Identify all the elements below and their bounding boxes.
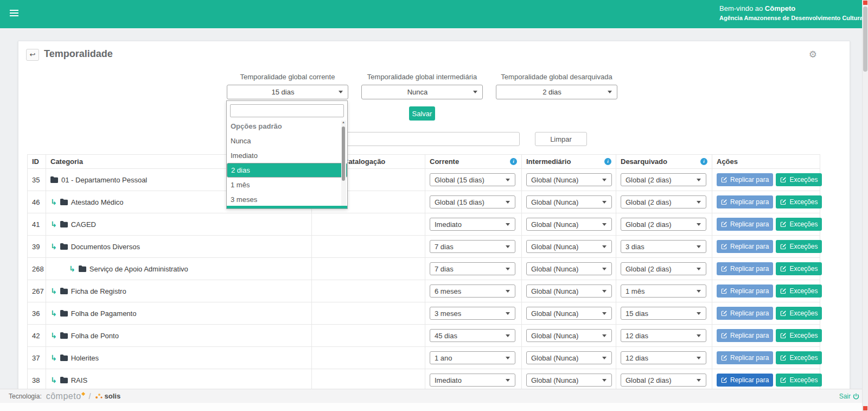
- logout-link[interactable]: Sair: [839, 393, 859, 400]
- catalogacao-cell: [312, 213, 425, 236]
- dropdown-option[interactable]: 1 mês: [227, 178, 347, 192]
- dropdown-scrollbar-thumb[interactable]: [342, 127, 345, 181]
- desarquivado-cell: 1 mês: [616, 280, 712, 302]
- edit-icon: [721, 243, 727, 250]
- desarquivado-select[interactable]: 12 dias: [621, 351, 706, 364]
- corrente-select[interactable]: 3 meses: [430, 307, 515, 320]
- replicar-para-button[interactable]: Replicar para: [717, 240, 773, 253]
- excecoes-button[interactable]: Exceções: [776, 218, 822, 231]
- excecoes-button[interactable]: Exceções: [776, 284, 822, 298]
- desarquivado-select[interactable]: Global (2 dias): [621, 262, 706, 275]
- excecoes-button[interactable]: Exceções: [776, 307, 822, 320]
- desarquivado-cell: 15 dias: [616, 302, 712, 325]
- intermediario-select[interactable]: Global (Nunca): [526, 374, 612, 387]
- dropdown-option[interactable]: Nunca: [227, 134, 347, 148]
- corrente-select[interactable]: 45 dias: [430, 329, 515, 342]
- page-scrollbar[interactable]: [862, 0, 868, 411]
- desarquivado-select[interactable]: Global (2 dias): [621, 218, 706, 231]
- corrente-select[interactable]: Global (15 dias): [430, 195, 515, 208]
- excecoes-button[interactable]: Exceções: [776, 195, 822, 208]
- intermediario-select[interactable]: Global (Nunca): [526, 307, 612, 320]
- excecoes-label: Exceções: [789, 287, 818, 295]
- desarquivado-select[interactable]: Global (2 dias): [621, 374, 706, 387]
- desarquivado-select[interactable]: 12 dias: [621, 329, 706, 342]
- intermediario-select[interactable]: Global (Nunca): [526, 351, 612, 364]
- edit-icon: [780, 310, 787, 317]
- dropdown-search-input[interactable]: [230, 104, 344, 117]
- excecoes-button[interactable]: Exceções: [776, 262, 822, 275]
- caret-down-icon: [602, 290, 607, 293]
- intermediario-select[interactable]: Global (Nunca): [526, 329, 612, 342]
- intermediario-select[interactable]: Global (Nunca): [526, 195, 612, 208]
- edit-icon: [780, 176, 787, 183]
- corrente-select[interactable]: 7 dias: [430, 262, 515, 275]
- info-icon[interactable]: i: [700, 158, 707, 165]
- column-header: Desarquivadoi: [616, 155, 712, 169]
- corrente-select[interactable]: 7 dias: [430, 240, 515, 253]
- desarquivado-select[interactable]: Global (2 dias): [621, 173, 706, 186]
- column-header: Correntei: [425, 155, 522, 169]
- info-icon[interactable]: i: [510, 158, 517, 165]
- dropdown-scrollbar[interactable]: ▲: [341, 121, 346, 206]
- edit-icon: [721, 265, 727, 272]
- edit-icon: [721, 176, 727, 183]
- excecoes-label: Exceções: [789, 265, 818, 273]
- desarquivado-cell: Global (2 dias): [616, 369, 712, 391]
- caret-down-icon: [506, 334, 510, 337]
- replicar-para-button[interactable]: Replicar para: [717, 218, 773, 231]
- replicar-para-button[interactable]: Replicar para: [717, 262, 773, 275]
- dropdown-option[interactable]: Imediato: [227, 148, 347, 163]
- desarquivado-cell: Global (2 dias): [616, 213, 712, 236]
- replicar-para-button[interactable]: Replicar para: [717, 374, 773, 387]
- clear-button[interactable]: Limpar: [535, 132, 587, 146]
- replicar-para-button[interactable]: Replicar para: [717, 195, 773, 208]
- global-setting-select[interactable]: 2 dias: [496, 85, 617, 99]
- desarquivado-select[interactable]: 3 dias: [621, 240, 706, 253]
- global-setting-select[interactable]: 15 dias: [227, 85, 348, 99]
- replicar-para-button[interactable]: Replicar para: [717, 284, 773, 298]
- desarquivado-select[interactable]: 15 dias: [621, 307, 706, 320]
- intermediario-select[interactable]: Global (Nunca): [526, 240, 612, 253]
- intermediario-select[interactable]: Global (Nunca): [526, 262, 612, 275]
- info-icon[interactable]: i: [604, 158, 611, 165]
- dropdown-group-label: Opções padrão: [227, 119, 347, 134]
- desarquivado-cell: 3 dias: [616, 236, 712, 258]
- caret-down-icon: [602, 268, 607, 270]
- caret-down-icon: [602, 312, 607, 315]
- excecoes-button[interactable]: Exceções: [776, 374, 822, 387]
- replicar-para-button[interactable]: Replicar para: [717, 351, 773, 364]
- page-scrollbar-thumb[interactable]: [863, 7, 867, 72]
- caret-down-icon: [697, 245, 701, 248]
- dropdown-option[interactable]: 2 dias: [227, 163, 347, 178]
- scroll-up-icon[interactable]: ▲: [342, 121, 345, 124]
- back-button[interactable]: ↩: [26, 49, 39, 61]
- intermediario-select[interactable]: Global (Nunca): [526, 218, 612, 231]
- replicar-para-button[interactable]: Replicar para: [717, 307, 773, 320]
- subcategory-arrow-icon: ↳: [50, 376, 57, 384]
- excecoes-button[interactable]: Exceções: [776, 173, 822, 186]
- gear-icon[interactable]: ⚙: [809, 49, 817, 60]
- excecoes-button[interactable]: Exceções: [776, 240, 822, 253]
- replicar-para-label: Replicar para: [730, 220, 769, 228]
- corrente-select[interactable]: 1 ano: [430, 351, 515, 364]
- save-button[interactable]: Salvar: [409, 106, 435, 121]
- excecoes-button[interactable]: Exceções: [776, 351, 822, 364]
- corrente-select[interactable]: Global (15 dias): [430, 173, 515, 186]
- select-value: Global (Nunca): [527, 287, 602, 295]
- corrente-select[interactable]: Imediato: [430, 218, 515, 231]
- replicar-para-button[interactable]: Replicar para: [717, 329, 773, 342]
- folder-icon: [60, 199, 68, 205]
- desarquivado-select[interactable]: Global (2 dias): [621, 195, 706, 208]
- dropdown-option[interactable]: 3 meses: [227, 192, 347, 207]
- corrente-select[interactable]: Imediato: [430, 374, 515, 387]
- menu-button[interactable]: [10, 9, 21, 18]
- corrente-select[interactable]: 6 meses: [430, 284, 515, 298]
- global-setting-select[interactable]: Nunca: [361, 85, 483, 99]
- caret-down-icon: [506, 268, 510, 270]
- replicar-para-button[interactable]: Replicar para: [717, 173, 773, 186]
- desarquivado-select[interactable]: 1 mês: [621, 284, 706, 298]
- excecoes-button[interactable]: Exceções: [776, 329, 822, 342]
- column-header-label: Desarquivado: [621, 157, 667, 166]
- intermediario-select[interactable]: Global (Nunca): [526, 173, 612, 186]
- intermediario-select[interactable]: Global (Nunca): [526, 284, 612, 298]
